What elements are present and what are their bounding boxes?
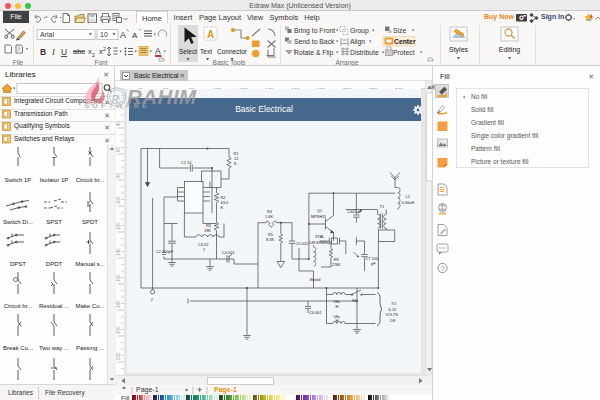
- svg-text:Protect: Protect: [393, 49, 415, 56]
- svg-text:L2: L2: [406, 194, 410, 199]
- svg-text:Distribute: Distribute: [350, 49, 379, 56]
- svg-text:T1: T1: [380, 204, 385, 209]
- svg-text:2: 2: [92, 52, 95, 58]
- svg-text:Rotate & Flip: Rotate & Flip: [294, 49, 334, 57]
- svg-text:Passing ...: Passing ...: [76, 345, 104, 351]
- svg-text:DS: DS: [390, 318, 396, 323]
- svg-text:C402 pF: C402 pF: [347, 209, 363, 214]
- svg-text:?: ?: [440, 264, 444, 273]
- svg-text:Break Co...: Break Co...: [3, 345, 33, 351]
- svg-text:Circuit br...: Circuit br...: [4, 303, 33, 309]
- svg-text:Residual ...: Residual ...: [39, 303, 69, 309]
- svg-text:VOLTS: VOLTS: [386, 312, 399, 317]
- svg-text:C2 200pF: C2 200pF: [156, 249, 174, 254]
- svg-text:Manual s...: Manual s...: [75, 261, 105, 267]
- svg-text:A: A: [207, 29, 214, 40]
- svg-text:K: K: [234, 161, 237, 166]
- svg-text:Styles: Styles: [449, 46, 469, 54]
- svg-text:Align: Align: [350, 38, 365, 46]
- svg-text:Select: Select: [179, 48, 197, 55]
- svg-text:100: 100: [116, 196, 121, 204]
- svg-text:220: 220: [116, 352, 121, 360]
- svg-text:8.3K: 8.3K: [266, 237, 274, 242]
- svg-text:H: H: [336, 318, 339, 323]
- svg-text:R: R: [110, 91, 119, 106]
- svg-text:MPSH11: MPSH11: [311, 214, 326, 219]
- svg-text:abc: abc: [73, 47, 85, 56]
- svg-text:149.89MHz: 149.89MHz: [309, 240, 329, 245]
- svg-text:C1 10: C1 10: [181, 160, 192, 165]
- svg-text:H: H: [336, 304, 339, 309]
- svg-text:DPST: DPST: [10, 261, 26, 267]
- svg-text:SPDT: SPDT: [82, 219, 98, 225]
- svg-text:Isolator 1P: Isolator 1P: [40, 177, 69, 183]
- svg-text:Send to Back: Send to Back: [294, 38, 335, 45]
- svg-text:Bring to Front: Bring to Front: [294, 27, 335, 35]
- svg-text:A: A: [132, 31, 138, 40]
- svg-text:pF: pF: [371, 261, 376, 266]
- svg-text:A: A: [155, 46, 161, 56]
- svg-text:U: U: [61, 47, 67, 57]
- svg-text:Text: Text: [200, 48, 212, 55]
- svg-text:28K: 28K: [204, 228, 211, 233]
- svg-text:200: 200: [116, 326, 121, 334]
- svg-text:A: A: [120, 30, 126, 40]
- svg-text:160: 160: [116, 274, 121, 282]
- svg-text:Make Co...: Make Co...: [75, 303, 104, 309]
- svg-text:SPST: SPST: [46, 219, 62, 225]
- svg-text:226K: 226K: [332, 262, 341, 267]
- svg-text:DPDT: DPDT: [46, 261, 63, 267]
- svg-text:B: B: [40, 47, 46, 57]
- svg-text:TO: TO: [391, 301, 396, 306]
- svg-text:60: 60: [116, 146, 121, 152]
- svg-text:Q1: Q1: [317, 208, 322, 213]
- svg-text:Editing: Editing: [499, 46, 521, 54]
- svg-text:Switch 1P: Switch 1P: [5, 177, 32, 183]
- svg-text:120: 120: [116, 222, 121, 230]
- svg-text:6-15: 6-15: [389, 307, 397, 312]
- svg-text:Two way ...: Two way ...: [39, 345, 69, 351]
- svg-text:C5.001: C5.001: [296, 241, 309, 246]
- svg-text:C4.001: C4.001: [222, 250, 235, 255]
- svg-text:Circuit br...: Circuit br...: [76, 177, 105, 183]
- svg-text:Switch Di...: Switch Di...: [3, 219, 33, 225]
- svg-text:10: 10: [100, 31, 108, 38]
- svg-text:140: 140: [116, 248, 121, 256]
- svg-text:I: I: [51, 47, 56, 57]
- svg-text:Connector: Connector: [217, 48, 248, 55]
- svg-text:Group: Group: [350, 27, 369, 35]
- svg-text:RAHIM: RAHIM: [127, 85, 197, 108]
- svg-text:K: K: [221, 205, 224, 210]
- svg-text:S1: S1: [352, 298, 357, 303]
- svg-text:0.06uH: 0.06uH: [402, 200, 415, 205]
- svg-text:180: 180: [116, 300, 121, 308]
- svg-text:2: 2: [103, 46, 106, 52]
- svg-text:1.6K: 1.6K: [265, 214, 273, 219]
- svg-text:Arial: Arial: [40, 31, 54, 38]
- svg-text:2: 2: [203, 247, 205, 252]
- svg-text:80: 80: [116, 172, 121, 178]
- svg-text:Center: Center: [394, 38, 416, 45]
- svg-text:XTAL: XTAL: [315, 234, 325, 239]
- svg-text:C6.001: C6.001: [309, 310, 322, 315]
- svg-text:Size: Size: [393, 27, 406, 34]
- svg-text:2: 2: [151, 297, 153, 302]
- svg-text:Shield: Shield: [310, 277, 321, 282]
